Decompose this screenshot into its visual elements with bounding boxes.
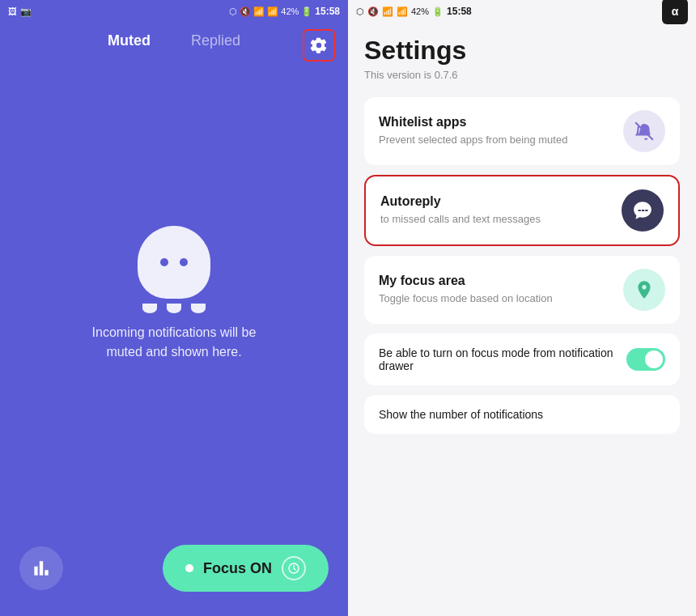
wifi-icon: 📶 <box>253 6 265 17</box>
signal-icon: 📶 <box>267 6 278 17</box>
whitelist-desc: Prevent selected apps from being muted <box>379 133 612 147</box>
tab-bar: Muted Replied <box>0 23 348 59</box>
focus-clock-icon <box>282 556 306 580</box>
left-main-content: Incoming notifications will bemuted and … <box>0 59 348 529</box>
muted-description: Incoming notifications will bemuted and … <box>92 323 257 362</box>
alpha-label: α <box>672 5 679 18</box>
focus-area-title: My focus area <box>379 274 612 288</box>
whitelist-apps-card[interactable]: Whitelist apps Prevent selected apps fro… <box>364 97 680 165</box>
settings-gear-button[interactable] <box>303 29 335 62</box>
right-status-icons-left: ⬡ 🔇 📶 📶 42% 🔋 15:58 <box>229 6 340 17</box>
battery-icon-right: 🔋 <box>432 6 443 17</box>
ghost-face <box>160 258 188 266</box>
autoreply-card-text: Autoreply to missed calls and text messa… <box>380 194 610 227</box>
right-status-icons-left: ⬡ 🔇 📶 📶 42% 🔋 15:58 <box>356 6 472 17</box>
status-bar-right: ⬡ 🔇 📶 📶 42% 🔋 15:58 α <box>348 0 696 23</box>
status-bar-left: 🖼 📷 ⬡ 🔇 📶 📶 42% 🔋 15:58 <box>0 0 348 23</box>
whitelist-title: Whitelist apps <box>379 115 612 130</box>
photo-icon: 📷 <box>20 6 32 17</box>
autoreply-card[interactable]: Autoreply to missed calls and text messa… <box>364 175 680 246</box>
focus-notification-toggle-row[interactable]: Be able to turn on focus mode from notif… <box>364 333 680 385</box>
bluetooth-icon: ⬡ <box>229 6 237 17</box>
left-footer: Focus ON <box>0 529 348 616</box>
battery-icon-left: 🔋 <box>301 6 312 17</box>
left-panel: 🖼 📷 ⬡ 🔇 📶 📶 42% 🔋 15:58 Muted Replied <box>0 0 348 616</box>
focus-notification-toggle[interactable] <box>626 348 665 371</box>
battery-percent-right: 42% <box>411 6 429 16</box>
gallery-icon: 🖼 <box>8 6 17 16</box>
focus-notification-label: Be able to turn on focus mode from notif… <box>379 346 626 372</box>
time-left: 15:58 <box>315 6 340 17</box>
right-panel: ⬡ 🔇 📶 📶 42% 🔋 15:58 α Settings This vers… <box>348 0 696 616</box>
settings-content: Settings This version is 0.7.6 Whitelist… <box>348 23 696 616</box>
clock-svg <box>287 562 300 575</box>
ghost-body <box>138 226 210 299</box>
ghost-bump-3 <box>191 304 206 313</box>
ghost-eye-right <box>180 258 188 266</box>
chat-bubble-icon <box>632 200 653 221</box>
ghost-illustration <box>138 226 210 307</box>
focus-area-card-text: My focus area Toggle focus mode based on… <box>379 274 612 306</box>
whitelist-icon-wrap <box>623 110 665 152</box>
battery-percent-left: 42% <box>281 6 299 16</box>
notification-count-label: Show the number of notifications <box>379 408 665 421</box>
tab-replied[interactable]: Replied <box>183 29 248 53</box>
focus-area-card[interactable]: My focus area Toggle focus mode based on… <box>364 256 680 324</box>
mute-icon-right: 🔇 <box>367 6 379 17</box>
signal-icon-right: 📶 <box>397 6 408 17</box>
ghost-bottom-bumps <box>138 304 210 313</box>
autoreply-title: Autoreply <box>380 194 610 209</box>
focus-active-dot <box>185 564 193 572</box>
left-status-icons: 🖼 📷 <box>8 6 32 17</box>
tab-muted[interactable]: Muted <box>100 29 159 53</box>
ghost-eye-left <box>160 258 168 266</box>
time-right: 15:58 <box>447 6 472 17</box>
gear-icon <box>310 36 328 54</box>
location-pin-icon <box>634 279 655 300</box>
settings-version: This version is 0.7.6 <box>364 69 680 81</box>
settings-title: Settings <box>364 36 680 66</box>
autoreply-icon-wrap <box>622 189 664 232</box>
ghost-bump-1 <box>142 304 157 313</box>
whitelist-card-text: Whitelist apps Prevent selected apps fro… <box>379 115 612 147</box>
focus-area-desc: Toggle focus mode based on location <box>379 291 612 306</box>
focus-button-label: Focus ON <box>203 560 272 577</box>
bell-off-icon <box>634 121 655 142</box>
bluetooth-icon-right: ⬡ <box>356 6 364 17</box>
mute-icon: 🔇 <box>240 6 251 17</box>
focus-on-button[interactable]: Focus ON <box>163 545 329 592</box>
stats-button[interactable] <box>19 546 63 590</box>
ghost-bump-2 <box>167 304 181 313</box>
wifi-icon-right: 📶 <box>382 6 393 17</box>
alpha-button[interactable]: α <box>662 0 688 24</box>
bar-chart-icon <box>31 558 52 579</box>
focus-area-icon-wrap <box>623 269 665 311</box>
notification-count-toggle-row[interactable]: Show the number of notifications <box>364 395 680 434</box>
autoreply-desc: to missed calls and text messages <box>380 212 610 227</box>
